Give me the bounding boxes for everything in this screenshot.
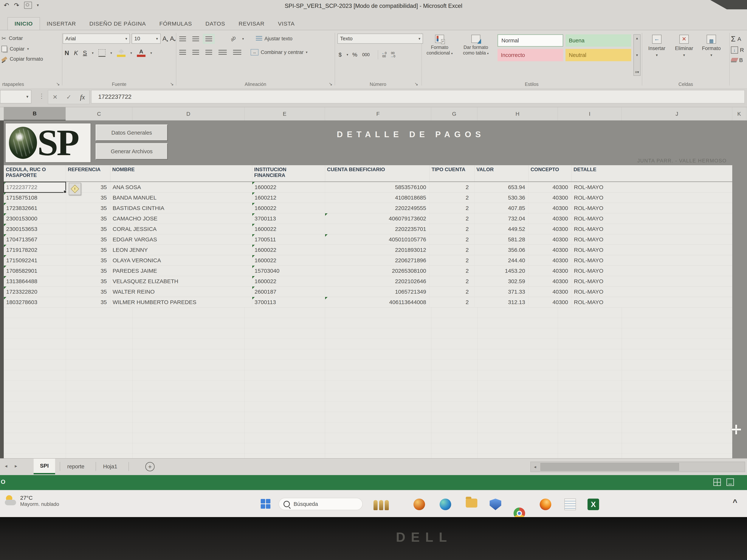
cell-valor[interactable]: 449.52 bbox=[474, 224, 529, 234]
cell-cuenta[interactable]: 1065721349 bbox=[325, 287, 430, 297]
format-as-table-button[interactable]: Dar formato como tabla ▾ bbox=[459, 35, 493, 56]
cell-cuenta[interactable]: 2201893012 bbox=[325, 245, 430, 255]
cell-institucion[interactable]: 3700113 bbox=[252, 297, 325, 307]
column-header-b[interactable]: B bbox=[4, 107, 66, 121]
style-chip-incorrecto[interactable]: Incorrecto bbox=[497, 49, 563, 61]
excel-taskbar-icon[interactable]: X bbox=[588, 499, 599, 510]
cell-institucion[interactable]: 1700511 bbox=[252, 234, 325, 244]
merge-center-button[interactable]: ↔ Combinar y centrar ▾ bbox=[251, 49, 308, 55]
cell-cedula[interactable]: 2300153000 bbox=[4, 213, 66, 223]
cell-concepto[interactable]: 40300 bbox=[529, 213, 571, 223]
percent-button[interactable]: % bbox=[353, 52, 357, 58]
table-row[interactable]: 1715092241 35 OLAYA VERONICA 1600022 220… bbox=[4, 255, 732, 266]
font-launcher-icon[interactable]: ↘ bbox=[170, 81, 174, 87]
table-row[interactable]: 1313864488 35 VELASQUEZ ELIZABETH 160002… bbox=[4, 276, 732, 287]
cell-referencia[interactable]: 35 bbox=[66, 297, 110, 307]
file-explorer-icon[interactable] bbox=[466, 499, 477, 508]
search-box[interactable]: Búsqueda bbox=[279, 498, 363, 510]
cell-cuenta[interactable]: 405010105776 bbox=[325, 234, 430, 244]
sheet-tab-reporte[interactable]: reporte bbox=[61, 459, 91, 474]
cell-detalle[interactable]: ROL-MAYO bbox=[571, 213, 732, 223]
cell-cuenta[interactable]: 406113644008 bbox=[325, 297, 430, 307]
cell-cedula[interactable]: 1803278603 bbox=[4, 297, 66, 307]
empty-cells-area[interactable] bbox=[4, 308, 732, 458]
orange-sphere-app-icon[interactable] bbox=[413, 499, 425, 510]
bold-button[interactable]: N bbox=[65, 50, 69, 57]
cell-cuenta[interactable]: 2206271896 bbox=[325, 255, 430, 265]
fill-color-button[interactable] bbox=[117, 49, 126, 57]
clipboard-launcher-icon[interactable]: ↘ bbox=[56, 81, 60, 87]
cell-detalle[interactable]: ROL-MAYO bbox=[571, 245, 732, 255]
align-center-icon[interactable] bbox=[192, 50, 199, 55]
cell-cedula[interactable]: 2300153653 bbox=[4, 224, 66, 234]
borders-caret-icon[interactable]: ▾ bbox=[110, 51, 112, 55]
table-row[interactable]: 2300153653 35 CORAL JESSICA 1600022 2202… bbox=[4, 224, 732, 234]
cell-tipo[interactable]: 2 bbox=[430, 297, 474, 307]
table-row[interactable]: 1803278603 35 WILMER HUMBERTO PAREDES 37… bbox=[4, 297, 732, 308]
cell-nombre[interactable]: CAMACHO JOSE bbox=[110, 213, 252, 223]
styles-scroll-strip[interactable]: ▴ ▾ ≡▾ bbox=[634, 34, 641, 76]
underline-button[interactable]: S bbox=[83, 50, 87, 57]
cell-cedula[interactable]: 1719178202 bbox=[4, 245, 66, 255]
cell-detalle[interactable]: ROL-MAYO bbox=[571, 266, 732, 276]
selected-cell[interactable] bbox=[3, 182, 66, 193]
font-color-button[interactable]: A bbox=[137, 49, 146, 57]
cell-tipo[interactable]: 2 bbox=[430, 234, 474, 244]
italic-button[interactable]: K bbox=[74, 50, 78, 57]
cell-tipo[interactable]: 2 bbox=[430, 255, 474, 265]
number-launcher-icon[interactable]: ↘ bbox=[414, 81, 418, 87]
cell-nombre[interactable]: CORAL JESSICA bbox=[110, 224, 252, 234]
format-cells-button[interactable]: ↔▦ Formato ▾ bbox=[698, 35, 725, 57]
cut-button[interactable]: ✂ Cortar bbox=[1, 35, 61, 42]
cell-tipo[interactable]: 2 bbox=[430, 203, 474, 213]
column-header-k[interactable]: K bbox=[732, 107, 746, 121]
cell-concepto[interactable]: 40300 bbox=[529, 255, 571, 265]
borders-icon[interactable] bbox=[98, 49, 105, 57]
increase-decimal-icon[interactable]: ←000 bbox=[382, 52, 386, 58]
accept-entry-icon[interactable]: ✓ bbox=[66, 94, 71, 101]
clear-button[interactable]: B bbox=[731, 57, 747, 63]
column-header-d[interactable]: D bbox=[132, 107, 244, 121]
sheet-tab-spi[interactable]: SPI bbox=[34, 459, 55, 474]
normal-view-icon[interactable] bbox=[713, 478, 721, 486]
cell-referencia[interactable]: 35 bbox=[66, 287, 110, 297]
cell-nombre[interactable]: BANDA MANUEL bbox=[110, 192, 252, 203]
insert-cells-button[interactable]: ← Insertar ▾ bbox=[643, 35, 670, 57]
align-left-icon[interactable] bbox=[179, 50, 186, 55]
cell-institucion[interactable]: 1600022 bbox=[252, 245, 325, 255]
cell-nombre[interactable]: VELASQUEZ ELIZABETH bbox=[110, 276, 252, 286]
cell-referencia[interactable]: 35 bbox=[66, 266, 110, 276]
cell-institucion[interactable]: 2600187 bbox=[252, 287, 325, 297]
weather-widget[interactable]: 27°C Mayorm. nublado bbox=[5, 495, 59, 507]
cell-nombre[interactable]: WALTER REINO bbox=[110, 287, 252, 297]
font-family-select[interactable]: Arial ▾ bbox=[63, 34, 130, 44]
cell-cuenta[interactable]: 2202235701 bbox=[325, 224, 430, 234]
delete-cells-button[interactable]: ✕ Eliminar ▾ bbox=[670, 35, 698, 57]
align-top-icon[interactable] bbox=[179, 36, 186, 41]
styles-more-icon[interactable]: ≡▾ bbox=[635, 70, 639, 74]
cell-concepto[interactable]: 40300 bbox=[529, 234, 571, 244]
tray-chevron-icon[interactable]: ^ bbox=[732, 498, 737, 507]
cell-cedula[interactable]: 1704713567 bbox=[4, 234, 66, 244]
cell-concepto[interactable]: 40300 bbox=[529, 203, 571, 213]
cell-tipo[interactable]: 2 bbox=[430, 224, 474, 234]
column-header-g[interactable]: G bbox=[431, 107, 477, 121]
cell-valor[interactable]: 1453.20 bbox=[474, 266, 529, 276]
increase-indent-icon[interactable] bbox=[233, 50, 241, 55]
copy-button[interactable]: Copiar ▾ bbox=[1, 46, 61, 52]
fill-color-caret-icon[interactable]: ▾ bbox=[130, 51, 132, 55]
defender-shield-icon[interactable] bbox=[490, 499, 501, 510]
cell-tipo[interactable]: 2 bbox=[430, 276, 474, 286]
cell-valor[interactable]: 244.40 bbox=[474, 255, 529, 265]
cell-cuenta[interactable]: 5853576100 bbox=[325, 182, 430, 192]
fill-button[interactable]: ↓ R bbox=[731, 47, 747, 54]
currency-button[interactable]: $ bbox=[339, 52, 342, 58]
cell-nombre[interactable]: OLAYA VERONICA bbox=[110, 255, 252, 265]
cell-valor[interactable]: 732.04 bbox=[474, 213, 529, 223]
underline-caret-icon[interactable]: ▾ bbox=[92, 51, 94, 55]
cell-cedula[interactable]: 1723322820 bbox=[4, 287, 66, 297]
cell-tipo[interactable]: 2 bbox=[430, 287, 474, 297]
cell-concepto[interactable]: 40300 bbox=[529, 287, 571, 297]
cell-referencia[interactable]: 35 bbox=[66, 203, 110, 213]
cell-cedula[interactable]: 1723832661 bbox=[4, 203, 66, 213]
